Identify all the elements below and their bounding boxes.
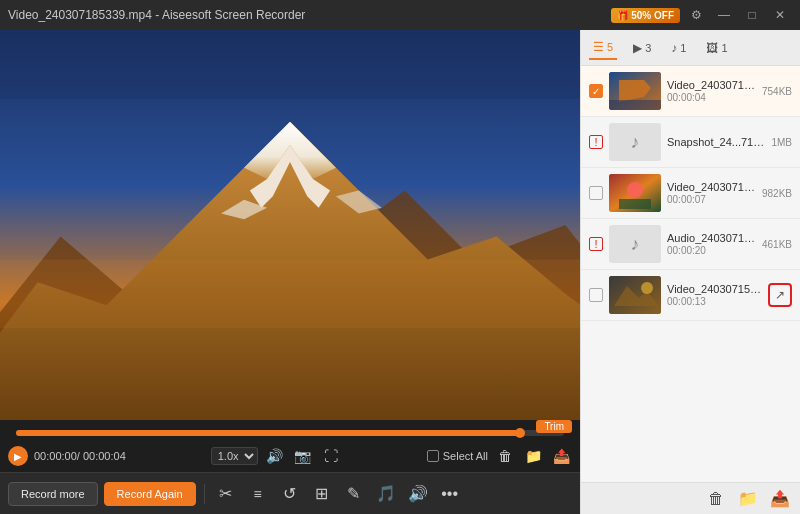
right-bottom: 🗑 📁 📤	[581, 482, 800, 514]
file-info-3: Video_240307183229.mp4 00:00:07	[667, 181, 756, 205]
open-folder-button[interactable]: 📁	[522, 445, 544, 467]
timeline-container: Trim	[0, 420, 580, 440]
file-meta-1: 00:00:04	[667, 92, 756, 103]
file-checkbox-1[interactable]: ✓	[589, 84, 603, 98]
svg-point-17	[641, 282, 653, 294]
tab-image[interactable]: 🖼 1	[702, 37, 731, 59]
tab-video-count: 3	[645, 42, 651, 54]
file-meta-5: 00:00:13	[667, 296, 762, 307]
file-name-1: Video_240307185339.mp4	[667, 79, 756, 91]
fullscreen-button[interactable]: ⛶	[320, 445, 342, 467]
svg-rect-7	[0, 30, 580, 99]
file-name-3: Video_240307183229.mp4	[667, 181, 756, 193]
file-size-2: 1MB	[771, 137, 792, 148]
picture-in-picture-button[interactable]: ⊞	[309, 481, 335, 507]
video-thumbnail	[0, 30, 580, 420]
file-name-5: Video_240307154314.mp4	[667, 283, 762, 295]
settings-button[interactable]: ⚙	[684, 5, 708, 25]
file-thumb-5	[609, 276, 661, 314]
trim-button[interactable]: Trim	[536, 420, 572, 433]
file-meta-4: 00:00:20	[667, 245, 756, 256]
audio-edit-button[interactable]: 🎵	[373, 481, 399, 507]
file-checkbox-4[interactable]: !	[589, 237, 603, 251]
cut-button[interactable]: ✂	[213, 481, 239, 507]
file-size-1: 754KB	[762, 86, 792, 97]
separator-1	[204, 484, 205, 504]
right-export-button[interactable]: 📤	[768, 487, 792, 511]
tab-video-icon: ▶	[633, 41, 642, 55]
export-button[interactable]: 📤	[550, 445, 572, 467]
equalizer-button[interactable]: ≡	[245, 481, 271, 507]
right-tabs: ☰ 5 ▶ 3 ♪ 1 🖼 1	[581, 30, 800, 66]
file-list: ✓ Video_2403	[581, 66, 800, 482]
timeline-bar[interactable]	[16, 430, 564, 436]
file-size-4: 461KB	[762, 239, 792, 250]
tab-image-count: 1	[721, 42, 727, 54]
file-checkbox-2[interactable]: !	[589, 135, 603, 149]
list-item[interactable]: Video_240307183229.mp4 00:00:07 982KB	[581, 168, 800, 219]
right-folder-button[interactable]: 📁	[736, 487, 760, 511]
camera-button[interactable]: 📷	[292, 445, 314, 467]
minimize-button[interactable]: —	[712, 5, 736, 25]
title-bar-right: 🎁 50% OFF ⚙ — □ ✕	[611, 5, 792, 25]
share-button-5[interactable]: ↗	[768, 283, 792, 307]
tab-all[interactable]: ☰ 5	[589, 36, 617, 60]
edit-button[interactable]: ✎	[341, 481, 367, 507]
time-display: 00:00:00/ 00:00:04	[34, 450, 126, 462]
tab-image-icon: 🖼	[706, 41, 718, 55]
file-thumb-3	[609, 174, 661, 212]
file-checkbox-3[interactable]	[589, 186, 603, 200]
tab-all-icon: ☰	[593, 40, 604, 54]
promo-badge[interactable]: 🎁 50% OFF	[611, 8, 680, 23]
svg-rect-14	[619, 199, 651, 209]
file-thumb-1	[609, 72, 661, 110]
video-player	[0, 30, 580, 420]
timeline-handle[interactable]	[515, 428, 525, 438]
file-meta-3: 00:00:07	[667, 194, 756, 205]
tab-audio-count: 1	[680, 42, 686, 54]
left-panel: Trim ▶ 00:00:00/ 00:00:04 1.0x 0.5x 1.5x…	[0, 30, 580, 514]
bottom-bar: Record more Record Again ✂ ≡ ↺ ⊞ ✎ 🎵 🔊 •…	[0, 472, 580, 514]
file-info-2: Snapshot_24...7184042.png	[667, 136, 765, 149]
svg-rect-11	[609, 100, 661, 110]
main-area: Trim ▶ 00:00:00/ 00:00:04 1.0x 0.5x 1.5x…	[0, 30, 800, 514]
controls-bar: ▶ 00:00:00/ 00:00:04 1.0x 0.5x 1.5x 2.0x…	[0, 440, 580, 472]
svg-rect-8	[0, 259, 580, 328]
more-button[interactable]: •••	[437, 481, 463, 507]
tab-audio[interactable]: ♪ 1	[667, 37, 690, 59]
volume-button[interactable]: 🔊	[264, 445, 286, 467]
tab-audio-icon: ♪	[671, 41, 677, 55]
play-button[interactable]: ▶	[8, 446, 28, 466]
record-more-button[interactable]: Record more	[8, 482, 98, 506]
delete-button[interactable]: 🗑	[494, 445, 516, 467]
list-item[interactable]: ✓ Video_2403	[581, 66, 800, 117]
file-info-5: Video_240307154314.mp4 00:00:13	[667, 283, 762, 307]
file-name-2: Snapshot_24...7184042.png	[667, 136, 765, 148]
title-bar: Video_240307185339.mp4 - Aiseesoft Scree…	[0, 0, 800, 30]
maximize-button[interactable]: □	[740, 5, 764, 25]
record-again-button[interactable]: Record Again	[104, 482, 196, 506]
file-name-4: Audio_240307160615.mp3	[667, 232, 756, 244]
speed-select[interactable]: 1.0x 0.5x 1.5x 2.0x	[211, 447, 258, 465]
svg-point-13	[627, 182, 643, 198]
list-item[interactable]: Video_240307154314.mp4 00:00:13 ↗	[581, 270, 800, 321]
rotate-button[interactable]: ↺	[277, 481, 303, 507]
timeline-fill	[16, 430, 520, 436]
select-all-checkbox[interactable]	[427, 450, 439, 462]
file-info-1: Video_240307185339.mp4 00:00:04	[667, 79, 756, 103]
file-size-3: 982KB	[762, 188, 792, 199]
file-thumb-4: ♪	[609, 225, 661, 263]
file-checkbox-5[interactable]	[589, 288, 603, 302]
select-all-area: Select All	[427, 450, 488, 462]
tab-video[interactable]: ▶ 3	[629, 37, 655, 59]
list-item[interactable]: ! ♪ Audio_240307160615.mp3 00:00:20 461K…	[581, 219, 800, 270]
select-all-label: Select All	[443, 450, 488, 462]
tab-all-count: 5	[607, 41, 613, 53]
file-thumb-2: ♪	[609, 123, 661, 161]
app-title: Video_240307185339.mp4 - Aiseesoft Scree…	[8, 8, 305, 22]
right-panel: ☰ 5 ▶ 3 ♪ 1 🖼 1 ✓	[580, 30, 800, 514]
close-button[interactable]: ✕	[768, 5, 792, 25]
right-delete-button[interactable]: 🗑	[704, 487, 728, 511]
list-item[interactable]: ! ♪ Snapshot_24...7184042.png 1MB	[581, 117, 800, 168]
volume-ctrl-button[interactable]: 🔊	[405, 481, 431, 507]
